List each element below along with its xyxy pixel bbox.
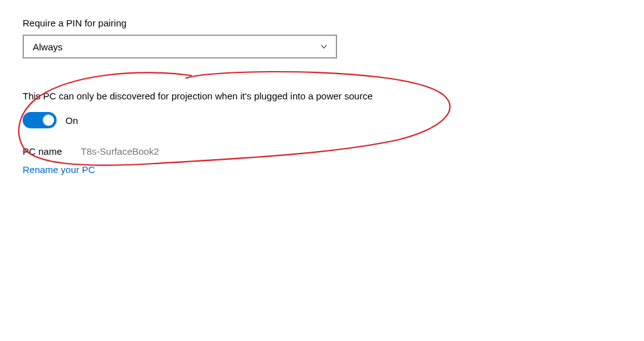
- discovery-label: This PC can only be discovered for proje…: [23, 89, 425, 103]
- discovery-toggle-state: On: [65, 115, 78, 126]
- pc-name-value: T8s-SurfaceBook2: [81, 146, 159, 157]
- chevron-down-icon: [319, 42, 328, 51]
- discovery-toggle-row: On: [23, 112, 621, 128]
- discovery-section: This PC can only be discovered for proje…: [23, 89, 621, 128]
- discovery-toggle[interactable]: [23, 112, 57, 128]
- toggle-knob: [43, 115, 54, 126]
- pc-name-row: PC name T8s-SurfaceBook2: [23, 146, 621, 157]
- pc-name-label: PC name: [23, 146, 62, 157]
- rename-pc-link[interactable]: Rename your PC: [23, 164, 95, 175]
- pin-dropdown[interactable]: Always: [23, 35, 337, 59]
- pin-label: Require a PIN for pairing: [23, 18, 621, 28]
- pin-section: Require a PIN for pairing Always: [23, 18, 621, 59]
- pin-dropdown-value: Always: [33, 42, 63, 52]
